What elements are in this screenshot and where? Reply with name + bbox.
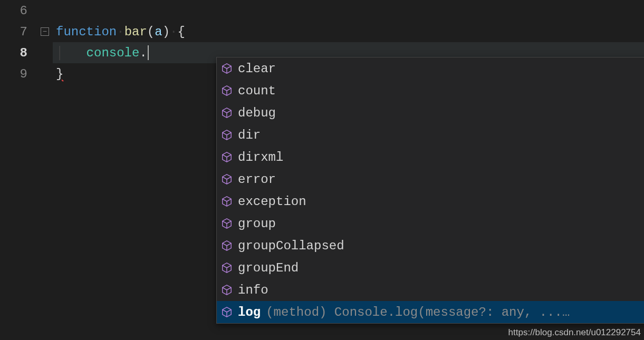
line-number: 6 bbox=[0, 0, 37, 21]
line-number: 8 bbox=[0, 42, 37, 63]
object-name: console bbox=[86, 46, 140, 60]
code-line[interactable]: function·bar(a)·{ bbox=[53, 21, 644, 42]
code-area[interactable]: function·bar(a)·{ │ console. } clearcoun… bbox=[53, 0, 644, 340]
fold-gutter: − bbox=[37, 0, 53, 340]
autocomplete-label: groupEnd bbox=[238, 261, 299, 275]
method-icon bbox=[221, 306, 233, 318]
autocomplete-item[interactable]: error bbox=[217, 168, 644, 190]
method-icon bbox=[221, 284, 233, 296]
indent-guide: │ bbox=[56, 46, 86, 60]
autocomplete-item[interactable]: info bbox=[217, 279, 644, 301]
autocomplete-label: log bbox=[238, 305, 261, 319]
dot: . bbox=[139, 46, 147, 60]
watermark-text: https://blog.csdn.net/u012292754 bbox=[508, 327, 641, 338]
method-icon bbox=[221, 63, 233, 74]
autocomplete-label: group bbox=[238, 217, 276, 231]
autocomplete-list[interactable]: clearcountdebugdirdirxmlerrorexceptiongr… bbox=[217, 57, 644, 323]
method-icon bbox=[221, 85, 233, 96]
autocomplete-popup[interactable]: clearcountdebugdirdirxmlerrorexceptiongr… bbox=[216, 57, 644, 324]
keyword: function bbox=[56, 25, 117, 39]
autocomplete-label: clear bbox=[238, 62, 276, 76]
method-icon bbox=[221, 240, 233, 251]
parameter: a bbox=[155, 25, 162, 39]
method-icon bbox=[221, 173, 233, 185]
whitespace-dot: · bbox=[170, 25, 177, 39]
paren-open: ( bbox=[147, 25, 155, 39]
autocomplete-detail: (method) Console.log(message?: any, ...… bbox=[266, 305, 644, 319]
autocomplete-label: count bbox=[238, 84, 276, 98]
whitespace-dot: · bbox=[117, 25, 124, 39]
method-icon bbox=[221, 196, 233, 207]
text-cursor bbox=[148, 45, 149, 60]
autocomplete-item[interactable]: log(method) Console.log(message?: any, .… bbox=[217, 301, 644, 323]
line-number-gutter: 6 7 8 9 bbox=[0, 0, 37, 340]
autocomplete-item[interactable]: clear bbox=[217, 57, 644, 80]
paren-close: ) bbox=[162, 25, 170, 39]
autocomplete-label: dir bbox=[238, 128, 261, 142]
code-editor[interactable]: 6 7 8 9 − function·bar(a)·{ │ console. }… bbox=[0, 0, 644, 340]
autocomplete-label: info bbox=[238, 283, 268, 297]
fold-collapse-icon[interactable]: − bbox=[41, 27, 49, 36]
brace-open: { bbox=[177, 25, 185, 39]
autocomplete-label: dirxml bbox=[238, 150, 283, 164]
brace-close: } bbox=[56, 67, 63, 81]
autocomplete-item[interactable]: count bbox=[217, 80, 644, 102]
line-number: 7 bbox=[0, 21, 37, 42]
code-line[interactable] bbox=[53, 0, 644, 21]
autocomplete-item[interactable]: debug bbox=[217, 102, 644, 124]
method-icon bbox=[221, 107, 233, 119]
autocomplete-item[interactable]: groupEnd bbox=[217, 257, 644, 279]
autocomplete-label: debug bbox=[238, 106, 276, 120]
autocomplete-label: groupCollapsed bbox=[238, 239, 344, 253]
autocomplete-label: exception bbox=[238, 195, 306, 209]
method-icon bbox=[221, 218, 233, 229]
autocomplete-item[interactable]: groupCollapsed bbox=[217, 235, 644, 257]
function-name: bar bbox=[124, 25, 147, 39]
autocomplete-label: error bbox=[238, 172, 276, 187]
autocomplete-item[interactable]: dirxml bbox=[217, 146, 644, 168]
autocomplete-item[interactable]: group bbox=[217, 212, 644, 235]
method-icon bbox=[221, 151, 233, 163]
method-icon bbox=[221, 129, 233, 141]
autocomplete-item[interactable]: dir bbox=[217, 124, 644, 146]
autocomplete-item[interactable]: exception bbox=[217, 190, 644, 212]
method-icon bbox=[221, 262, 233, 274]
line-number: 9 bbox=[0, 63, 37, 84]
